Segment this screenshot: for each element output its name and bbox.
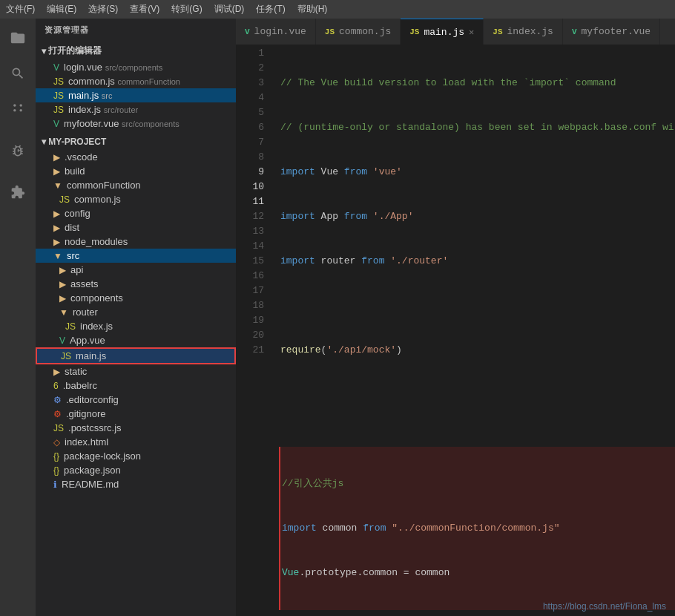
code-line-4: import App from './App' xyxy=(280,209,675,224)
menu-item-debug[interactable]: 调试(D) xyxy=(214,3,245,16)
js-tab-icon: JS xyxy=(409,27,419,36)
menu-item-select[interactable]: 选择(S) xyxy=(88,3,118,16)
tab-common-js[interactable]: JS common.js xyxy=(316,19,401,45)
folder-icon: ▶ xyxy=(59,279,66,289)
menu-item-help[interactable]: 帮助(H) xyxy=(297,3,328,16)
tree-node-modules[interactable]: ▶ node_modules xyxy=(36,235,236,249)
tree-package-json[interactable]: {} package.json xyxy=(36,463,236,477)
vue-icon: V xyxy=(53,62,59,73)
folder-icon: ▶ xyxy=(53,209,60,219)
vue-icon: V xyxy=(53,119,59,129)
tree-assets[interactable]: ▶ assets xyxy=(36,277,236,291)
folder-icon: ▶ xyxy=(53,237,60,247)
open-editors-header[interactable]: ▾ 打开的编辑器 xyxy=(36,42,236,60)
folder-name: api xyxy=(70,264,83,275)
tree-commonfunction[interactable]: ▼ commonFunction xyxy=(36,178,236,192)
open-editors-chevron: ▾ xyxy=(42,46,46,56)
open-editor-common-js[interactable]: JS common.js commonFunction xyxy=(36,74,236,88)
tab-label: login.vue xyxy=(254,26,306,37)
tree-main-js[interactable]: JS main.js xyxy=(36,347,236,364)
file-name: main.js xyxy=(68,90,99,101)
tree-babelrc[interactable]: 6 .babelrc xyxy=(36,379,236,393)
tab-main-js[interactable]: JS main.js ✕ xyxy=(401,19,484,45)
tab-index-js[interactable]: JS index.js xyxy=(484,19,563,45)
tree-editorconfig[interactable]: ⚙ .editorconfig xyxy=(36,393,236,407)
code-line-9: //引入公共js xyxy=(282,476,675,491)
tab-myfooter-vue[interactable]: V myfooter.vue xyxy=(563,19,660,45)
folder-icon: ▶ xyxy=(53,152,60,163)
folder-name: assets xyxy=(70,278,99,289)
json-icon: {} xyxy=(53,451,59,462)
code-line-10: import common from "../commonFunction/co… xyxy=(282,521,675,536)
editor-area: V login.vue JS common.js JS main.js ✕ JS… xyxy=(236,19,675,616)
code-editor: 1 2 3 4 5 6 7 8 9 10 11 12 13 14 15 16 1… xyxy=(236,45,675,616)
folder-icon: ▼ xyxy=(53,180,62,191)
tree-api[interactable]: ▶ api xyxy=(36,263,236,277)
folder-icon: ▼ xyxy=(53,251,62,261)
activity-icon-debug[interactable] xyxy=(4,137,31,164)
file-name: package.json xyxy=(64,465,121,476)
folder-icon: ▶ xyxy=(53,166,60,177)
tree-commonjs[interactable]: JS common.js xyxy=(36,192,236,206)
activity-icon-files[interactable] xyxy=(4,24,31,51)
project-chevron: ▾ xyxy=(42,137,46,147)
file-name: myfooter.vue xyxy=(64,118,119,129)
folder-name: components xyxy=(70,292,123,304)
folder-name: config xyxy=(65,208,90,219)
folder-icon: ▶ xyxy=(53,367,60,377)
activity-icon-extensions[interactable] xyxy=(4,179,31,206)
js-icon: JS xyxy=(53,76,64,87)
activity-icon-search[interactable] xyxy=(4,60,31,87)
project-label: MY-PROJECT xyxy=(48,137,106,147)
tab-close-button[interactable]: ✕ xyxy=(469,27,474,38)
project-header[interactable]: ▾ MY-PROJECT xyxy=(36,134,236,150)
open-editor-main-js[interactable]: JS main.js src xyxy=(36,88,236,102)
menu-item-task[interactable]: 任务(T) xyxy=(256,3,285,16)
code-line-2: // (runtime-only or standalone) has been… xyxy=(280,120,675,135)
code-line-7: require('./api/mock') xyxy=(280,343,675,358)
tree-src[interactable]: ▼ src xyxy=(36,249,236,263)
tab-label: myfooter.vue xyxy=(582,26,651,37)
file-path: src/router xyxy=(104,105,138,114)
tree-static[interactable]: ▶ static xyxy=(36,364,236,379)
tree-router[interactable]: ▼ router xyxy=(36,305,236,319)
code-content[interactable]: // The Vue build version to load with th… xyxy=(271,45,675,616)
open-editor-index-js[interactable]: JS index.js src/router xyxy=(36,102,236,117)
tree-package-lock[interactable]: {} package-lock.json xyxy=(36,449,236,463)
open-editors-label: 打开的编辑器 xyxy=(48,45,102,57)
tree-postcssrc[interactable]: JS .postcssrc.js xyxy=(36,421,236,435)
file-name: package-lock.json xyxy=(64,450,141,462)
js-icon: JS xyxy=(59,194,70,205)
tree-app-vue[interactable]: V App.vue xyxy=(36,333,236,347)
tab-login-vue[interactable]: V login.vue xyxy=(236,19,316,45)
file-name: index.html xyxy=(65,436,108,448)
menu-item-view[interactable]: 查看(V) xyxy=(130,3,159,16)
tree-readme[interactable]: ℹ README.md xyxy=(36,477,236,491)
tree-vscode[interactable]: ▶ .vscode xyxy=(36,150,236,164)
tree-build[interactable]: ▶ build xyxy=(36,164,236,178)
file-name: .postcssrc.js xyxy=(68,422,122,433)
file-name: common.js xyxy=(68,76,115,87)
code-line-6 xyxy=(280,298,675,313)
folder-name: node_modules xyxy=(65,236,128,247)
tree-dist[interactable]: ▶ dist xyxy=(36,220,236,235)
code-line-3: import Vue from 'vue' xyxy=(280,165,675,180)
tree-config[interactable]: ▶ config xyxy=(36,206,236,220)
tree-gitignore[interactable]: ⚙ .gitignore xyxy=(36,407,236,421)
code-line-11: Vue.prototype.common = common xyxy=(282,566,675,580)
file-path: src/components xyxy=(122,119,180,128)
menu-item-file[interactable]: 文件(F) xyxy=(6,3,35,16)
menu-item-edit[interactable]: 编辑(E) xyxy=(47,3,76,16)
tabs-bar: V login.vue JS common.js JS main.js ✕ JS… xyxy=(236,19,675,45)
tree-index-html[interactable]: ◇ index.html xyxy=(36,435,236,449)
tree-components[interactable]: ▶ components xyxy=(36,291,236,305)
file-name: App.vue xyxy=(70,335,105,346)
activity-icon-git[interactable] xyxy=(4,96,31,122)
open-editor-login-vue[interactable]: V login.vue src/components xyxy=(36,60,236,74)
vue-tab-icon: V xyxy=(572,27,577,36)
folder-icon: ▶ xyxy=(59,265,66,275)
menu-item-goto[interactable]: 转到(G) xyxy=(171,3,202,16)
tree-router-index[interactable]: JS index.js xyxy=(36,319,236,333)
open-editor-myfooter-vue[interactable]: V myfooter.vue src/components xyxy=(36,117,236,131)
file-name: login.vue xyxy=(64,62,102,73)
